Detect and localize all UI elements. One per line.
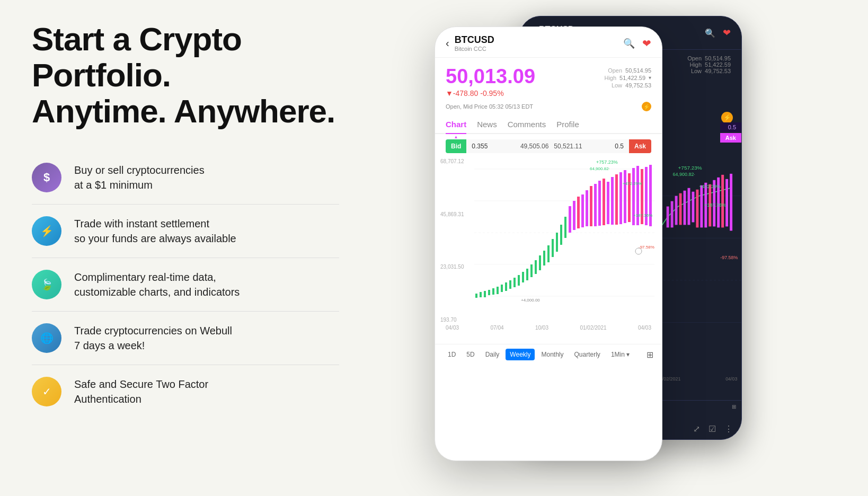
svg-rect-50 <box>480 292 482 297</box>
svg-rect-76 <box>590 186 592 226</box>
back-heart-icon[interactable]: ❤ <box>723 27 731 39</box>
svg-rect-59 <box>518 275 520 286</box>
svg-rect-70 <box>564 217 566 238</box>
chart-y-labels: 68,707.12 45,869.31 23,031.50 193.70 <box>440 158 464 323</box>
expand-chart-icon[interactable]: ⊞ <box>646 350 653 360</box>
svg-rect-24 <box>696 190 698 228</box>
svg-text:+472.29%: +472.29% <box>699 184 721 189</box>
svg-rect-51 <box>484 291 486 297</box>
back-check-icon[interactable]: ☑ <box>708 424 716 434</box>
tab-daily[interactable]: Daily <box>481 349 504 360</box>
tab-news[interactable]: News <box>477 116 497 133</box>
svg-text:+472.29%: +472.29% <box>623 181 642 186</box>
back-expand-icon[interactable]: ⤢ <box>693 424 700 434</box>
bid-quantity: 0.355 <box>466 139 493 153</box>
phone-price-value: 50,013.09 <box>446 65 535 88</box>
svg-rect-63 <box>535 260 537 274</box>
svg-text:+187.36%: +187.36% <box>633 213 652 218</box>
feature-text-shield: Safe and Secure Two Factor Authenticatio… <box>74 377 208 406</box>
heart-icon[interactable]: ❤ <box>642 37 651 50</box>
svg-rect-21 <box>684 191 686 225</box>
phone-front: ‹ BTCUSD Bitcoin CCC 🔍 ❤ 50,013.09 ▼-478… <box>435 26 662 461</box>
svg-rect-61 <box>526 269 528 280</box>
tab-monthly[interactable]: Monthly <box>537 349 568 360</box>
svg-rect-18 <box>671 201 674 228</box>
feature-text-lightning: Trade with instant settlement so your fu… <box>74 216 236 246</box>
svg-rect-68 <box>556 233 558 252</box>
svg-text:04/03: 04/03 <box>725 376 737 382</box>
svg-rect-19 <box>675 196 678 225</box>
svg-rect-77 <box>594 184 597 226</box>
tab-profile[interactable]: Profile <box>556 116 579 133</box>
svg-rect-62 <box>530 264 533 277</box>
ask-label: Ask <box>629 139 651 153</box>
tab-1d[interactable]: 1D <box>444 349 460 360</box>
phone-ticker-subtitle: Bitcoin CCC <box>455 46 494 52</box>
svg-rect-23 <box>692 192 694 223</box>
tab-comments[interactable]: Comments <box>508 116 546 133</box>
svg-rect-65 <box>543 251 545 265</box>
chart-svg: +757.23% 64,900.82· +472.29% +187.36% -9… <box>440 158 657 323</box>
bid-price: 49,505.06 <box>520 143 548 150</box>
svg-text:64,900.82·: 64,900.82· <box>673 172 695 177</box>
svg-rect-49 <box>475 294 477 298</box>
back-arrow-icon[interactable]: ‹ <box>446 37 449 49</box>
feature-item-dollar: $ Buy or sell cryptocurrencies at a $1 m… <box>32 151 339 205</box>
phone-header: ‹ BTCUSD Bitcoin CCC 🔍 ❤ <box>435 27 662 58</box>
tab-5d[interactable]: 5D <box>462 349 479 360</box>
features-list: $ Buy or sell cryptocurrencies at a $1 m… <box>32 151 339 418</box>
svg-text:+187.36%: +187.36% <box>704 202 726 208</box>
svg-rect-67 <box>552 239 554 257</box>
phone-bid-ask-bar: Bid 0.355 49,505.06 50,521.11 0.5 Ask <box>446 139 651 153</box>
svg-rect-25 <box>700 185 703 228</box>
phone-ohlc: Open 50,514.95 High 51,422.59 ▾ Low 49,7… <box>604 67 651 88</box>
svg-rect-52 <box>488 290 490 295</box>
svg-rect-80 <box>607 182 609 224</box>
svg-rect-83 <box>619 172 622 224</box>
svg-text:+757.23%: +757.23% <box>596 160 618 165</box>
back-ohlc: Open 50,514.95 High 51,422.59 Low 49,752… <box>687 55 731 74</box>
tab-1min[interactable]: 1Min ▾ <box>607 349 634 360</box>
back-more-icon[interactable]: ⋮ <box>724 424 733 434</box>
right-panel: ‹ BTCUSD Bitcoin CCC 🔍 ❤ 50,013.09 Open … <box>371 0 868 496</box>
svg-rect-58 <box>513 278 516 287</box>
svg-text:-97.58%: -97.58% <box>720 255 738 260</box>
globe-icon: 🌐 <box>32 323 61 353</box>
search-icon[interactable]: 🔍 <box>623 38 635 49</box>
svg-rect-57 <box>509 280 511 289</box>
phone-time-tabs: 1D 5D Daily Weekly Monthly Quarterly 1Mi… <box>435 344 662 365</box>
left-panel: Start a Crypto Portfolio. Anytime. Anywh… <box>0 0 371 496</box>
feature-item-chart: 🍃 Complimentary real-time data, customiz… <box>32 258 339 312</box>
ask-quantity: 0.5 <box>609 139 629 153</box>
back-search-icon[interactable]: 🔍 <box>705 28 715 38</box>
back-ask-qty: 0.5 <box>720 122 741 132</box>
svg-text:64,900.82·: 64,900.82· <box>590 166 610 171</box>
shield-icon: ✓ <box>32 377 61 406</box>
tab-quarterly[interactable]: Quarterly <box>570 349 605 360</box>
svg-rect-22 <box>687 188 690 225</box>
svg-rect-64 <box>539 255 541 270</box>
svg-rect-66 <box>547 245 550 262</box>
tab-chart[interactable]: Chart <box>446 116 466 133</box>
svg-rect-74 <box>581 194 584 227</box>
svg-text:+757.23%: +757.23% <box>678 165 702 171</box>
chart-x-labels: 04/03 07/04 10/03 01/02/2021 04/03 <box>440 323 657 333</box>
dollar-icon: $ <box>32 163 61 192</box>
ask-price: 50,521.11 <box>554 143 582 150</box>
hero-title-line1: Start a Crypto Portfolio. <box>32 21 242 93</box>
svg-rect-55 <box>501 285 503 292</box>
svg-rect-69 <box>560 225 562 245</box>
phone-price-section: 50,013.09 ▼-478.80 -0.95% Open 50,514.95… <box>435 58 662 100</box>
timestamp-lightning-icon: ⚡ <box>642 102 651 111</box>
svg-rect-31 <box>725 179 728 227</box>
chart-icon: 🍃 <box>32 270 61 299</box>
phone-tabs: Chart News Comments Profile <box>435 116 662 134</box>
svg-rect-53 <box>492 288 494 295</box>
svg-rect-20 <box>679 193 682 225</box>
svg-rect-75 <box>586 190 588 226</box>
tab-weekly[interactable]: Weekly <box>506 349 535 360</box>
feature-item-lightning: ⚡ Trade with instant settlement so your … <box>32 205 339 258</box>
back-lightning-badge: ⚡ <box>721 112 733 123</box>
hero-title: Start a Crypto Portfolio. Anytime. Anywh… <box>32 21 339 130</box>
svg-rect-79 <box>603 179 605 225</box>
